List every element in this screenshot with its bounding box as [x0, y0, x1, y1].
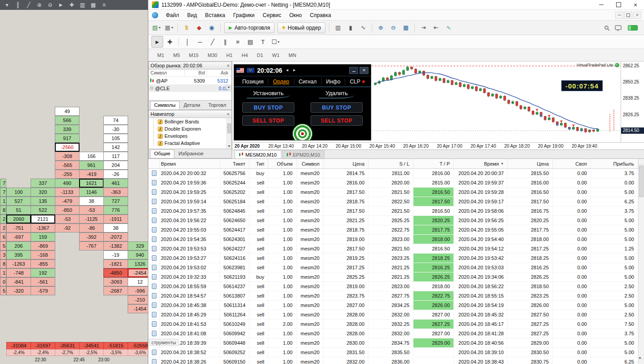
vtp-удалить-buy-stop-button[interactable]: BUY STOP	[311, 102, 363, 113]
table-row[interactable]: 2020.04.20 18:45:3850611314sell1.00mesm2…	[148, 301, 644, 310]
table-row[interactable]: 2020.04.20 18:54:5750613807sell1.00mesm2…	[148, 291, 644, 301]
deposit-icon[interactable]: $	[181, 22, 192, 34]
chat-icon[interactable]	[615, 25, 622, 30]
new-chart-icon[interactable]: ▤▾	[151, 22, 162, 34]
vtp-установить-buy-stop-button[interactable]: BUY STOP	[242, 102, 294, 113]
timeframe-M15[interactable]: M15	[185, 51, 203, 59]
table-row[interactable]: 2020.04.20 18:39:3950609448sell1.00mesm2…	[148, 338, 644, 348]
grid-tool-icon[interactable]: ▤	[244, 36, 256, 48]
menu-item-Графики[interactable]: Графики	[229, 10, 259, 21]
broadcast-icon[interactable]: ◉	[206, 22, 218, 34]
tile-windows-icon[interactable]: ▦	[400, 22, 412, 34]
price-scale[interactable]: 2862.252850.252838.252826.252814.50	[621, 61, 644, 142]
cursor-tool-icon[interactable]: ►	[151, 36, 163, 48]
vtp-tab-Ордер[interactable]: Ордер	[268, 79, 294, 85]
zoom-in-icon[interactable]: ⊕	[375, 22, 386, 34]
table-row[interactable]: 2020.04.20 19:59:1450625184sell1.00mesm2…	[148, 197, 644, 206]
timeframe-H4[interactable]: H4	[237, 51, 252, 59]
table-row[interactable]: 2020.04.20 18:45:2950611264sell1.00mesm2…	[148, 310, 644, 320]
cursor-icon[interactable]: ►	[56, 1, 66, 9]
navigator-item[interactable]: Bollinger Bands	[149, 118, 231, 125]
settings-icon[interactable]: ≡	[99, 1, 109, 9]
vtp-tab-Сигнал[interactable]: Сигнал	[294, 79, 322, 85]
navigator-close-icon[interactable]: ×	[227, 112, 230, 117]
table-row[interactable]: 2020.04.20 18:41:0850609942sell1.00mesm2…	[148, 329, 644, 338]
history-header-8[interactable]: Время▼	[454, 159, 508, 168]
maximize-button[interactable]	[610, 0, 627, 9]
chart-shift-icon[interactable]: ⇤	[430, 22, 442, 34]
close-button[interactable]	[627, 0, 644, 9]
history-header-10[interactable]: Своп	[553, 159, 591, 168]
market-watch-row[interactable]: @CLE0.01	[149, 84, 231, 92]
table-row[interactable]: 2020.04.20 19:57:3550624845sell1.00mesm2…	[148, 206, 644, 216]
mw-column-Ask[interactable]: Ask	[207, 70, 231, 76]
table-row[interactable]: 2020.04.20 19:53:0250623981sell1.00mesm2…	[148, 263, 644, 272]
table-row[interactable]: 2020.04.20 19:54:3550624301sell1.00mesm2…	[148, 235, 644, 244]
indicators-icon[interactable]: ∿	[443, 22, 454, 34]
bars-mode-icon[interactable]: ▥	[332, 22, 344, 34]
crosshair-icon[interactable]: ✚	[67, 1, 76, 9]
table-row[interactable]: 2020.04.20 19:55:0350624417sell1.00mesm2…	[148, 225, 644, 235]
columns-icon[interactable]: ▥	[78, 1, 87, 9]
market-watch-scroll-down[interactable]	[226, 85, 231, 90]
shapes-tool-icon[interactable]: ☐▾	[270, 36, 281, 48]
vtp-minimize-button[interactable]	[349, 67, 358, 74]
table-row[interactable]: 2020.04.20 18:41:5350610249sell2.00mesm2…	[148, 320, 644, 329]
chart-tab-EPM20,M10[interactable]: EPM20,M10	[282, 150, 325, 158]
line-mode-icon[interactable]: ∿	[357, 22, 369, 34]
history-header-11[interactable]: Прибыль	[591, 159, 638, 168]
chart-minimize-button[interactable]	[615, 12, 623, 19]
menu-item-Справка[interactable]: Справка	[306, 10, 335, 21]
mw-column-Bid[interactable]: Bid	[185, 70, 207, 76]
navigator-scrollbar[interactable]	[227, 118, 231, 149]
table-row[interactable]: 2020.04.20 19:32:3350621193buy1.00mesm20…	[148, 272, 644, 282]
vtp-удалить-sell-stop-button[interactable]: SELL STOP	[311, 115, 363, 126]
table-row[interactable]: 2020.04.20 18:38:2650609150sell1.00mesm2…	[148, 357, 644, 364]
table-row[interactable]: 2020.04.20 19:59:3650625244sell1.00mesm2…	[148, 178, 644, 188]
history-scrollbar[interactable]	[638, 159, 644, 364]
hline-tool-icon[interactable]: ─	[194, 36, 206, 48]
timeframe-M30[interactable]: M30	[203, 51, 222, 59]
profiles-icon[interactable]: ▦▾	[163, 22, 175, 34]
history-header-5[interactable]: Цена	[324, 159, 369, 168]
history-header-7[interactable]: T / P	[413, 159, 454, 168]
history-header-1[interactable]: Тикет	[220, 159, 249, 168]
menu-item-Файл[interactable]: Файл	[162, 10, 183, 21]
menu-item-Вставка[interactable]: Вставка	[201, 10, 229, 21]
search-icon[interactable]	[604, 26, 608, 30]
timeframe-M1[interactable]: M1	[153, 51, 169, 59]
timeframe-H1[interactable]: H1	[222, 51, 237, 59]
chart-type-dropdown-icon[interactable]: ▾	[2, 1, 12, 9]
zoom-in-icon[interactable]: ⊕	[35, 1, 44, 9]
crosshair-tool-icon[interactable]: ✚	[164, 36, 176, 48]
timeframe-D1[interactable]: D1	[253, 51, 268, 59]
candles-mode-icon[interactable]: ▮	[345, 22, 356, 34]
chart-restore-button[interactable]	[624, 12, 632, 19]
fibonacci-tool-icon[interactable]: ≡	[232, 36, 244, 48]
history-header-3[interactable]: Объем	[268, 159, 297, 168]
table-row[interactable]: 2020.04.20 20:00:3250625756buy1.00mesm20…	[148, 169, 644, 178]
menu-item-Сервис[interactable]: Сервис	[259, 10, 285, 21]
table-row[interactable]: 2020.04.20 19:53:5350624227sell1.00mesm2…	[148, 244, 644, 254]
mql5-community-icon[interactable]: ◆	[193, 22, 205, 34]
trendline-tool-icon[interactable]: ╱	[207, 36, 218, 48]
menu-item-Окно[interactable]: Окно	[285, 10, 306, 21]
zoom-out-icon[interactable]: ⊖	[387, 22, 399, 34]
nav-tab-Избранное[interactable]: Избранное	[174, 149, 208, 158]
history-header-9[interactable]: Цена	[508, 159, 553, 168]
menu-item-Вид[interactable]: Вид	[183, 10, 201, 21]
history-header-2[interactable]: Тип	[249, 159, 268, 168]
timeframe-W1[interactable]: W1	[268, 51, 284, 59]
time-axis[interactable]: 20 Apr 202020 Apr 13:4020 Apr 14:2020 Ap…	[232, 142, 644, 149]
vtp-close-button[interactable]	[360, 67, 369, 74]
vtp-next-icon[interactable]	[293, 68, 296, 72]
vtp-tab-Позиция[interactable]: Позиция	[238, 79, 268, 85]
mw-tab-Детали[interactable]: Детали	[180, 101, 204, 110]
vtp-tab-Инфо[interactable]: Инфо	[322, 79, 346, 85]
vtp-tab-CLP[interactable]: CLP	[345, 79, 369, 85]
vline-tool-icon[interactable]: │	[182, 36, 193, 48]
grid-icon[interactable]: ▦	[89, 1, 98, 9]
chart-tab-MESM20,M10[interactable]: MESM20,M10	[235, 150, 281, 158]
timeframe-M5[interactable]: M5	[169, 51, 184, 59]
history-header-6[interactable]: S / L	[369, 159, 413, 168]
